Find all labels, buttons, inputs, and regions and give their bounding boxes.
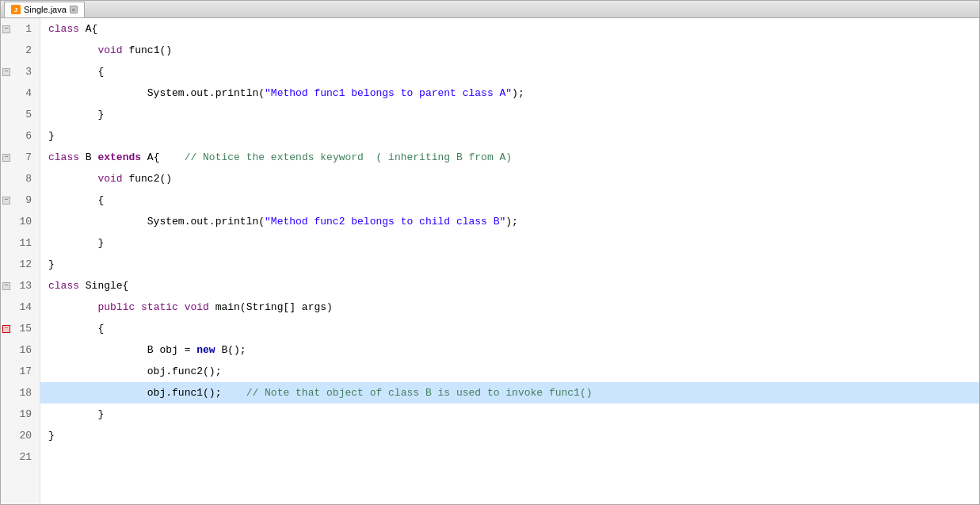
line-number: 20 [1,425,40,446]
code-line-20: } [40,425,979,446]
code-line-15: { [40,318,979,339]
line-number: − 13 [1,275,40,296]
code-line-18: obj.func1(); // Note that object of clas… [40,382,979,404]
file-tab[interactable]: J Single.java × [4,2,85,17]
line-number: 12 [1,254,40,275]
code-line-4: System.out.println("Method func1 belongs… [40,82,979,104]
line-numbers: − 1 2 − 3 4 5 6 − 7 8 − [1,18,40,504]
code-line-9: { [40,189,979,211]
code-line-8: void func2() [40,168,979,189]
line-number: − 9 [1,189,40,211]
main-window: J Single.java × − 1 2 − 3 4 5 6 [0,0,980,505]
line-number: − 3 [1,61,40,82]
fold-icon[interactable]: − [2,197,10,205]
code-line-5: } [40,104,979,125]
code-line-1: class A{ [40,18,979,40]
line-number: 21 [1,446,40,468]
code-line-14: public static void main(String[] args) [40,296,979,318]
line-number: 5 [1,104,40,125]
code-line-11: } [40,232,979,254]
line-number: − 15 [1,318,40,339]
code-line-12: } [40,254,979,275]
code-line-21 [40,446,979,468]
line-number: 10 [1,211,40,232]
code-content: class A{ void func1() { System.out.print… [40,18,979,504]
line-number: 11 [1,232,40,254]
line-number: 19 [1,404,40,425]
file-icon: J [11,5,21,14]
line-number: 2 [1,40,40,61]
code-line-10: System.out.println("Method func2 belongs… [40,211,979,232]
line-number: 14 [1,296,40,318]
fold-icon[interactable]: − [2,154,10,162]
title-bar: J Single.java × [1,1,979,18]
line-number: 18 [1,382,40,404]
tab-close-button[interactable]: × [70,6,78,13]
line-number: − 7 [1,147,40,168]
code-line-7: class B extends A{ // Notice the extends… [40,147,979,168]
line-number: − 1 [1,18,40,40]
code-line-2: void func1() [40,40,979,61]
code-line-19: } [40,404,979,425]
code-line-13: class Single{ [40,275,979,296]
fold-icon-error[interactable]: − [2,325,10,333]
tab-label: Single.java [24,5,67,14]
fold-icon[interactable]: − [2,68,10,76]
fold-icon[interactable]: − [2,25,10,33]
code-line-3: { [40,61,979,82]
line-number: 8 [1,168,40,189]
line-number: 17 [1,361,40,382]
code-line-16: B obj = new B(); [40,339,979,361]
line-number: 16 [1,339,40,361]
line-number: 4 [1,82,40,104]
fold-icon[interactable]: − [2,282,10,290]
code-line-17: obj.func2(); [40,361,979,382]
code-line-6: } [40,125,979,147]
editor-area: − 1 2 − 3 4 5 6 − 7 8 − [1,18,979,504]
line-number: 6 [1,125,40,147]
